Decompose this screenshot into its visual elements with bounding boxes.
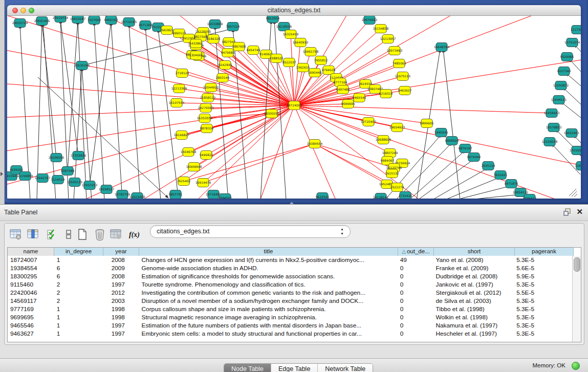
citation-edge[interactable] xyxy=(294,105,552,113)
graph-node[interactable]: 2094501 xyxy=(219,194,232,199)
edge[interactable] xyxy=(566,73,581,103)
table-row[interactable]: 1872400712008Changes of HCN gene express… xyxy=(8,256,573,264)
edge[interactable] xyxy=(145,27,161,199)
citation-edge[interactable] xyxy=(294,16,545,105)
table-row[interactable]: 969969511998Structural magnetic resonanc… xyxy=(8,313,573,321)
cell-name[interactable]: 9465546 xyxy=(8,321,54,330)
graph-node[interactable]: 20535346 xyxy=(74,61,90,70)
network-canvas[interactable]: 24955724 20691406 23019714 10653287 1527… xyxy=(7,16,581,199)
cell-outde[interactable]: 0 xyxy=(398,330,433,338)
cell-outde[interactable]: 0 xyxy=(398,297,433,305)
graph-node[interactable]: 9624541 xyxy=(316,193,330,199)
cell-year[interactable]: 2008 xyxy=(103,272,139,280)
graph-node[interactable]: 1690448 xyxy=(308,69,322,77)
citation-edge[interactable] xyxy=(294,105,345,199)
graph-node[interactable]: 1114519 xyxy=(51,176,65,184)
graph-node[interactable]: 1440935 xyxy=(434,128,448,137)
cell-year[interactable]: 1998 xyxy=(103,305,139,313)
citation-network-graph[interactable]: 24955724 20691406 23019714 10653287 1527… xyxy=(7,16,581,199)
column-header-pagerank[interactable]: pagerank xyxy=(515,248,574,256)
graph-node[interactable]: 20691406 xyxy=(34,17,50,26)
graph-node[interactable]: 7625402 xyxy=(177,177,191,186)
close-panel-icon[interactable]: ✕ xyxy=(576,207,583,216)
graph-node[interactable]: 6466160 xyxy=(104,16,118,25)
graph-node[interactable]: 8454749 xyxy=(247,46,260,55)
graph-node[interactable]: 19654923 xyxy=(389,123,405,132)
splitter-handle-icon[interactable] xyxy=(290,202,294,204)
cell-title[interactable]: Changes of HCN gene expression and I(f) … xyxy=(139,256,398,264)
graph-node[interactable]: 9227343 xyxy=(557,67,571,76)
cell-name[interactable]: 18300295 xyxy=(8,272,54,280)
cell-indegree[interactable]: 2 xyxy=(54,280,103,289)
tab-network-table[interactable]: Network Table xyxy=(318,364,373,372)
network-window[interactable]: citations_edges.txt 24955724 20691406 23… xyxy=(7,5,581,199)
edge[interactable] xyxy=(90,22,111,185)
graph-node[interactable]: 16154838 xyxy=(373,25,389,33)
cell-year[interactable]: 1997 xyxy=(103,280,139,289)
graph-node[interactable]: 9479685 xyxy=(221,49,235,57)
graph-node[interactable]: 19166827 xyxy=(174,131,190,140)
graph-node[interactable]: 2718126 xyxy=(176,69,189,78)
cell-indegree[interactable]: 2 xyxy=(54,297,103,305)
cell-name[interactable]: 9699695 xyxy=(8,313,54,321)
graph-node[interactable]: 11156809 xyxy=(17,172,33,181)
graph-node[interactable]: 10653287 xyxy=(70,16,86,24)
graph-node[interactable]: 1304666 xyxy=(189,51,203,60)
cell-title[interactable]: Estimation of the future numbers of pati… xyxy=(139,321,398,330)
table-row[interactable]: 946362711997Embryonic stem cells: a mode… xyxy=(8,330,573,338)
cell-name[interactable]: 9115460 xyxy=(8,280,54,289)
graph-node[interactable]: 9463627 xyxy=(398,86,412,95)
graph-node[interactable]: 19358107 xyxy=(99,185,115,194)
canvas-resize-grip[interactable] xyxy=(569,189,577,197)
graph-node[interactable]: 12923468 xyxy=(129,193,145,199)
graph-node[interactable]: 2522274 xyxy=(390,183,404,192)
graph-node[interactable]: 19384554 xyxy=(307,140,323,148)
graph-node[interactable]: 9529966 xyxy=(560,53,574,61)
graph-node[interactable]: 16578853 xyxy=(546,123,562,132)
cell-name[interactable]: 14569117 xyxy=(8,297,54,305)
select-rows-icon[interactable] xyxy=(45,227,59,242)
graph-node[interactable]: 1527602 xyxy=(88,16,101,25)
cell-short[interactable]: Tibbo et al. (1998) xyxy=(433,305,514,313)
edge[interactable] xyxy=(68,21,78,171)
citation-edge[interactable] xyxy=(315,144,387,184)
cell-outde[interactable]: 0 xyxy=(398,313,433,321)
table-body[interactable]: 1872400712008Changes of HCN gene express… xyxy=(8,256,573,342)
graph-node[interactable]: 7955812 xyxy=(314,56,328,65)
cell-year[interactable]: 1997 xyxy=(103,321,139,330)
table-selector[interactable]: citations_edges.txt ▲▼ xyxy=(150,225,351,238)
cell-indegree[interactable]: 1 xyxy=(54,256,103,264)
graph-node[interactable]: 16914479 xyxy=(195,179,211,187)
graph-node[interactable]: 7663822 xyxy=(160,26,174,35)
graph-node[interactable]: 17957253 xyxy=(82,181,98,190)
cell-title[interactable]: Corpus callosum shape and size in male p… xyxy=(139,305,398,313)
network-window-titlebar[interactable]: citations_edges.txt xyxy=(7,5,581,16)
cell-year[interactable]: 2009 xyxy=(103,264,139,272)
tab-edge-table[interactable]: Edge Table xyxy=(271,364,318,372)
graph-node[interactable]: 17353926 xyxy=(71,151,86,160)
graph-node[interactable]: 9242845 xyxy=(219,61,232,70)
float-panel-icon[interactable] xyxy=(563,208,571,216)
edge[interactable] xyxy=(129,24,140,199)
cell-outde[interactable]: 0 xyxy=(398,280,433,289)
cell-name[interactable]: 9777169 xyxy=(8,305,54,313)
graph-node[interactable]: 7485063 xyxy=(393,59,406,68)
graph-node[interactable]: 16107554 xyxy=(169,99,185,107)
graph-node[interactable]: 8522037 xyxy=(282,58,296,67)
graph-node[interactable]: 12103018 xyxy=(542,138,558,146)
citation-edge[interactable] xyxy=(203,144,315,183)
table-row[interactable]: 946554611997Estimation of the future num… xyxy=(8,321,573,330)
graph-node[interactable]: 1615132 xyxy=(385,169,399,178)
graph-node[interactable]: 1733426 xyxy=(399,192,412,199)
graph-node[interactable]: 10719185 xyxy=(121,18,137,27)
edge[interactable] xyxy=(563,87,581,118)
column-header-year[interactable]: year xyxy=(103,248,139,256)
graph-node[interactable]: 15751074 xyxy=(564,38,580,47)
column-header-title[interactable]: title xyxy=(139,248,398,256)
edge[interactable] xyxy=(443,49,460,199)
edge[interactable] xyxy=(396,143,452,199)
cell-name[interactable]: 9463627 xyxy=(8,330,54,338)
graph-node[interactable]: 6216019 xyxy=(379,90,393,98)
citation-edge[interactable] xyxy=(225,65,294,105)
cell-pagerank[interactable]: 5.3E-5 xyxy=(514,330,573,338)
